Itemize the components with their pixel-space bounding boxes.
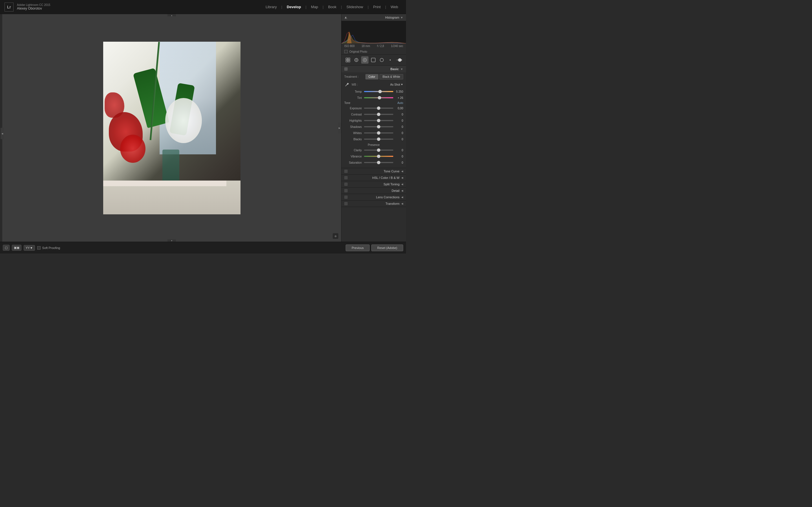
- blacks-label: Blacks: [344, 138, 364, 141]
- exif-info: ISO 800 18 mm f / 2,8 1/240 sec: [342, 43, 406, 49]
- tint-slider-track[interactable]: [364, 97, 393, 98]
- clarity-slider-track[interactable]: [364, 150, 393, 151]
- nav-web[interactable]: Web: [388, 4, 402, 10]
- tint-slider-thumb[interactable]: [378, 96, 381, 100]
- tool-slider-thumb[interactable]: [398, 58, 402, 62]
- tone-auto-btn[interactable]: Auto: [397, 101, 403, 105]
- temp-slider-thumb[interactable]: [378, 90, 382, 93]
- detail-panel[interactable]: Detail ◀: [342, 187, 406, 194]
- tone-label: Tone: [344, 101, 350, 105]
- contrast-value: 0: [393, 113, 403, 116]
- bottom-actions: Previous Reset (Adobe): [346, 244, 403, 251]
- detail-title: Detail: [350, 189, 400, 192]
- nav-print[interactable]: Print: [370, 4, 384, 10]
- blacks-slider-thumb[interactable]: [377, 137, 380, 141]
- tool-slider-container[interactable]: [395, 59, 403, 61]
- tool-icons-row: [342, 55, 406, 66]
- split-toning-toggle[interactable]: [344, 182, 348, 186]
- transform-toggle[interactable]: [344, 202, 348, 205]
- tool-adjustment-brush[interactable]: [387, 56, 394, 64]
- bw-treatment-btn[interactable]: Black & White: [379, 74, 403, 79]
- right-panel: ▲ Histogram ▼ ISO 80: [341, 14, 406, 242]
- clarity-value: 0: [393, 149, 403, 152]
- hsl-title: HSL / Color / B & W: [350, 176, 400, 179]
- whites-slider-thumb[interactable]: [377, 131, 380, 135]
- hsl-toggle[interactable]: [344, 176, 348, 179]
- wb-eyedropper[interactable]: [344, 82, 350, 87]
- lens-corrections-panel[interactable]: Lens Corrections ◀: [342, 194, 406, 201]
- detail-toggle[interactable]: [344, 189, 348, 192]
- vibrance-value: 0: [393, 155, 403, 158]
- tool-red-eye[interactable]: [370, 56, 377, 64]
- tool-spot-removal[interactable]: [361, 56, 368, 64]
- whites-slider-track[interactable]: [364, 132, 393, 133]
- split-toning-panel[interactable]: Split Toning ◀: [342, 181, 406, 187]
- svg-rect-3: [348, 58, 350, 60]
- highlights-slider-thumb[interactable]: [377, 119, 380, 122]
- previous-btn[interactable]: Previous: [346, 244, 370, 251]
- top-collapse-arrow[interactable]: ▲: [167, 14, 176, 16]
- histogram-dropdown[interactable]: ▼: [400, 16, 403, 19]
- zoom-indicator[interactable]: ⊕: [333, 233, 338, 239]
- histogram-shadow-arrow[interactable]: ▲: [344, 16, 348, 19]
- vibrance-slider-row: Vibrance 0: [344, 154, 403, 159]
- view-single-btn[interactable]: ▢: [3, 245, 10, 251]
- soft-proofing-checkbox[interactable]: [37, 246, 41, 249]
- original-photo-checkbox[interactable]: [344, 50, 348, 53]
- right-panel-toggle[interactable]: ▶: [338, 122, 341, 133]
- vibrance-slider-track[interactable]: [364, 156, 393, 157]
- exposure-value: 0,00: [393, 107, 403, 110]
- basic-panel-toggle[interactable]: [344, 67, 348, 71]
- vibrance-slider-thumb[interactable]: [377, 155, 380, 158]
- tool-crop-overlay[interactable]: [353, 56, 360, 64]
- shadows-slider-thumb[interactable]: [377, 125, 380, 128]
- tone-curve-toggle[interactable]: [344, 170, 348, 173]
- lens-corrections-toggle[interactable]: [344, 195, 348, 199]
- lens-corrections-arrow: ◀: [401, 196, 403, 199]
- histogram-chart: [342, 21, 406, 43]
- svg-rect-2: [346, 58, 348, 60]
- transform-panel[interactable]: Transform ◀: [342, 201, 406, 207]
- nav-slideshow[interactable]: Slideshow: [343, 4, 366, 10]
- nav-library[interactable]: Library: [262, 4, 280, 10]
- svg-rect-4: [346, 60, 348, 62]
- wb-preset-arrow: ▼: [401, 83, 403, 86]
- tool-graduated-filter[interactable]: [378, 56, 386, 64]
- temp-value: 5 250: [393, 90, 403, 93]
- saturation-slider-track[interactable]: [364, 162, 393, 163]
- reset-btn[interactable]: Reset (Adobe): [371, 244, 403, 251]
- nav-map[interactable]: Map: [308, 4, 321, 10]
- transform-arrow: ◀: [401, 202, 403, 205]
- nav-book[interactable]: Book: [325, 4, 340, 10]
- left-panel-toggle[interactable]: ◀: [1, 128, 4, 139]
- contrast-slider-thumb[interactable]: [377, 113, 380, 116]
- photo-display: [103, 42, 241, 214]
- view-calendar-btn[interactable]: YY▼: [24, 245, 35, 251]
- clarity-label: Clarity: [344, 149, 364, 152]
- clarity-slider-thumb[interactable]: [377, 149, 380, 152]
- tool-grid[interactable]: [344, 56, 352, 64]
- shadows-label: Shadows: [344, 125, 364, 128]
- basic-panel-header[interactable]: Basic ▼: [342, 66, 406, 72]
- hsl-panel[interactable]: HSL / Color / B & W ◀: [342, 175, 406, 181]
- temp-slider-track[interactable]: [364, 91, 393, 92]
- app-title: Adobe Lightroom CC 2015: [17, 3, 50, 6]
- bottom-collapse-arrow[interactable]: ▼: [167, 239, 176, 242]
- saturation-slider-thumb[interactable]: [377, 161, 380, 164]
- wb-preset-dropdown[interactable]: As Shot ▼: [390, 83, 403, 86]
- exposure-slider-track[interactable]: [364, 108, 393, 109]
- highlights-slider-track[interactable]: [364, 120, 393, 121]
- tone-curve-panel[interactable]: Tone Curve ◀: [342, 168, 406, 175]
- color-treatment-btn[interactable]: Color: [365, 74, 378, 79]
- histogram-title: Histogram: [348, 16, 399, 19]
- highlights-value: 0: [393, 119, 403, 122]
- blacks-slider-track[interactable]: [364, 138, 393, 140]
- view-grid-btn[interactable]: ▣▣: [12, 245, 21, 251]
- shadows-slider-track[interactable]: [364, 126, 393, 127]
- transform-title: Transform: [350, 202, 400, 205]
- contrast-slider-track[interactable]: [364, 114, 393, 115]
- wb-label: WB :: [352, 83, 360, 86]
- saturation-label: Saturation: [344, 161, 364, 164]
- nav-develop[interactable]: Develop: [283, 4, 305, 10]
- exposure-slider-thumb[interactable]: [377, 107, 380, 110]
